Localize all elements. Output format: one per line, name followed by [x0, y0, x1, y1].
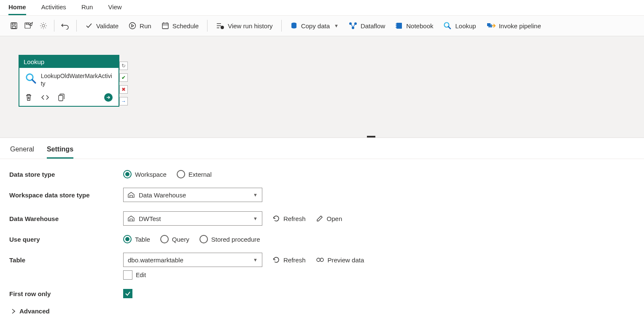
notebook-icon: [395, 22, 403, 30]
preview-data-label: Preview data: [328, 256, 364, 264]
invoke-pipeline-button[interactable]: Invoke pipeline: [482, 19, 545, 32]
tab-general[interactable]: General: [10, 146, 34, 159]
dataflow-label: Dataflow: [361, 22, 385, 30]
activity-ports: ↻ ✔ ✖ →: [119, 62, 128, 105]
run-activity-button[interactable]: [104, 93, 113, 102]
radio-table-label: Table: [135, 236, 150, 243]
properties-tabs: General Settings: [0, 138, 644, 159]
port-success[interactable]: ✔: [119, 73, 128, 82]
refresh-label: Refresh: [283, 256, 306, 264]
view-run-history-button[interactable]: View run history: [212, 19, 277, 32]
svg-rect-2: [12, 26, 16, 28]
svg-rect-1: [12, 23, 15, 25]
refresh-table-button[interactable]: Refresh: [272, 256, 306, 264]
svg-line-26: [32, 80, 35, 83]
svg-rect-7: [162, 23, 168, 29]
refresh-label: Refresh: [283, 215, 306, 222]
svg-point-18: [352, 27, 354, 29]
chevron-down-icon: ▼: [253, 216, 258, 221]
radio-external[interactable]: External: [177, 170, 212, 178]
edit-icon: [316, 215, 323, 222]
copy-icon[interactable]: [58, 94, 65, 101]
svg-point-6: [129, 23, 136, 29]
refresh-warehouse-button[interactable]: Refresh: [272, 215, 306, 222]
code-icon[interactable]: [41, 94, 49, 101]
svg-rect-27: [59, 95, 63, 101]
open-warehouse-button[interactable]: Open: [316, 215, 342, 222]
radio-query-label: Query: [172, 236, 189, 243]
dropdown-data-warehouse[interactable]: DWTest ▼: [123, 211, 262, 226]
dropdown-value: dbo.watermarktable: [128, 256, 249, 264]
save-as-button[interactable]: [22, 19, 35, 32]
label-data-store-type: Data store type: [9, 171, 123, 178]
dropdown-value: Data Warehouse: [139, 191, 249, 199]
svg-point-28: [317, 258, 320, 262]
settings-form: Data store type Workspace External Works…: [0, 159, 644, 326]
warehouse-icon: [128, 216, 135, 221]
delete-icon[interactable]: [25, 94, 32, 101]
advanced-toggle[interactable]: Advanced: [9, 307, 635, 315]
lookup-icon: [24, 72, 37, 85]
checkbox-first-row-only[interactable]: [123, 289, 132, 298]
port-skip[interactable]: →: [119, 97, 128, 105]
chevron-right-icon: [11, 309, 16, 314]
validate-button[interactable]: Validate: [81, 19, 123, 32]
dataflow-icon: [349, 22, 357, 30]
port-retry[interactable]: ↻: [119, 62, 128, 70]
copy-data-label: Copy data: [301, 22, 330, 30]
preview-data-button[interactable]: Preview data: [316, 256, 364, 264]
separator: [54, 20, 54, 32]
svg-rect-19: [396, 23, 402, 29]
toolbar: Validate Run Schedule View run history C…: [0, 16, 644, 36]
radio-external-label: External: [189, 171, 212, 178]
tab-home[interactable]: Home: [8, 2, 26, 15]
play-icon: [129, 22, 136, 30]
schedule-button[interactable]: Schedule: [157, 19, 203, 32]
dataflow-button[interactable]: Dataflow: [345, 19, 389, 32]
schedule-label: Schedule: [172, 22, 199, 30]
activity-node-name: LookupOldWaterMarkActivity: [41, 72, 113, 87]
notebook-button[interactable]: Notebook: [391, 19, 437, 32]
database-icon: [290, 22, 298, 30]
pipeline-canvas[interactable]: Lookup LookupOldWaterMarkActivity ↻ ✔ ✖ …: [0, 36, 644, 138]
notebook-label: Notebook: [406, 22, 433, 30]
tab-activities[interactable]: Activities: [41, 2, 66, 15]
dropdown-workspace-data-store-type[interactable]: Data Warehouse ▼: [123, 188, 262, 202]
label-workspace-data-store-type: Workspace data store type: [9, 191, 123, 199]
save-icon: [10, 22, 18, 30]
checkbox-edit[interactable]: [123, 270, 132, 280]
tab-settings[interactable]: Settings: [47, 146, 73, 159]
resize-handle[interactable]: [367, 136, 375, 138]
chevron-down-icon: ▼: [334, 23, 339, 28]
svg-line-24: [448, 27, 450, 29]
settings-gear-button[interactable]: [37, 19, 50, 32]
undo-button[interactable]: [59, 19, 72, 32]
chevron-down-icon: ▼: [253, 192, 258, 197]
port-failure[interactable]: ✖: [119, 85, 128, 94]
label-table: Table: [9, 256, 123, 264]
lookup-icon: [443, 22, 452, 30]
copy-data-button[interactable]: Copy data ▼: [286, 19, 343, 32]
save-button[interactable]: [8, 19, 20, 32]
history-icon: [216, 22, 224, 30]
tab-run[interactable]: Run: [81, 2, 93, 15]
tab-view[interactable]: View: [108, 2, 121, 15]
validate-label: Validate: [96, 22, 119, 30]
svg-point-5: [42, 24, 45, 27]
chevron-down-icon: ▼: [253, 257, 258, 262]
radio-stored-procedure-label: Stored procedure: [211, 236, 260, 243]
radio-stored-procedure[interactable]: Stored procedure: [199, 235, 260, 243]
radio-table[interactable]: Table: [123, 235, 150, 243]
run-button[interactable]: Run: [124, 19, 156, 32]
ribbon-tabs: Home Activities Run View: [0, 0, 644, 16]
dropdown-table[interactable]: dbo.watermarktable ▼: [123, 253, 262, 267]
advanced-label: Advanced: [19, 307, 50, 315]
lookup-button[interactable]: Lookup: [439, 19, 480, 32]
checkbox-edit-label: Edit: [136, 272, 146, 278]
radio-workspace[interactable]: Workspace: [123, 170, 167, 178]
gear-icon: [40, 22, 47, 30]
activity-node-body: LookupOldWaterMarkActivity: [19, 68, 119, 90]
radio-query[interactable]: Query: [160, 235, 189, 243]
activity-node-lookup[interactable]: Lookup LookupOldWaterMarkActivity: [19, 55, 119, 107]
lookup-label: Lookup: [455, 22, 476, 30]
